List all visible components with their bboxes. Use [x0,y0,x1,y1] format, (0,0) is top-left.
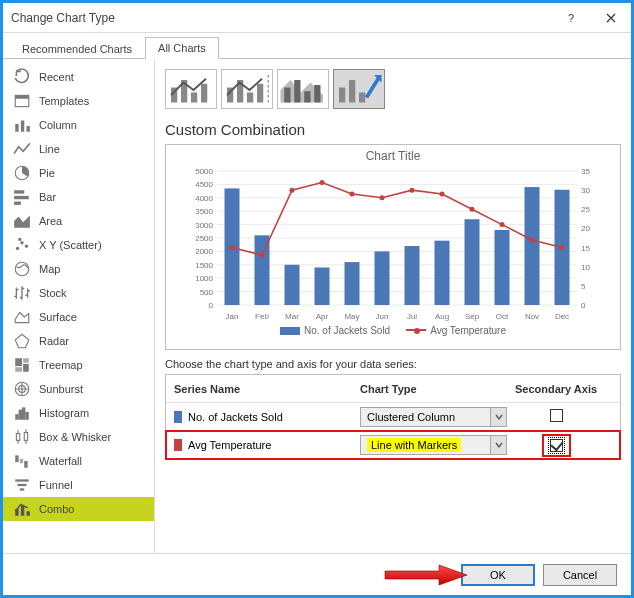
svg-rect-34 [21,506,24,516]
svg-text:1000: 1000 [195,274,213,283]
svg-text:Aug: Aug [435,312,449,321]
svg-rect-85 [345,262,360,305]
sidebar-item-label: Recent [39,71,74,83]
ok-button[interactable]: OK [461,564,535,586]
svg-text:0: 0 [209,301,214,310]
sidebar-item-radar[interactable]: Radar [3,329,154,353]
svg-rect-5 [27,126,30,132]
svg-text:3500: 3500 [195,207,213,216]
svg-text:30: 30 [581,186,590,195]
svg-text:15: 15 [581,244,590,253]
sidebar-item-label: Sunburst [39,383,83,395]
series-table: Series Name Chart Type Secondary Axis No… [165,374,621,460]
sidebar-item-bar[interactable]: Bar [3,185,154,209]
series-1-chart-type-dropdown[interactable]: Clustered Column [360,407,507,427]
sidebar-item-map[interactable]: Map [3,257,154,281]
sidebar-item-label: Waterfall [39,455,82,467]
svg-text:Oct: Oct [496,312,509,321]
svg-point-99 [410,188,415,193]
svg-text:Feb: Feb [255,312,269,321]
series-name: No. of Jackets Sold [188,411,283,423]
sidebar-item-box-whisker[interactable]: Box & Whisker [3,425,154,449]
svg-rect-24 [25,412,28,420]
svg-text:3000: 3000 [195,221,213,230]
svg-rect-8 [14,196,29,199]
svg-rect-87 [405,246,420,305]
svg-rect-89 [465,219,480,305]
svg-rect-44 [284,88,290,103]
chevron-down-icon [490,436,506,454]
svg-point-11 [20,241,23,244]
line-icon [13,141,31,157]
combo-subtype-3[interactable] [277,69,329,109]
chart-legend: No. of Jackets Sold Avg Temperature [172,325,614,336]
chart-title: Chart Title [172,149,614,163]
help-button[interactable]: ? [551,4,591,32]
sidebar-item-label: Treemap [39,359,83,371]
svg-text:5000: 5000 [195,167,213,176]
combo-subtype-custom[interactable] [333,69,385,109]
series-2-secondary-axis-checkbox[interactable] [550,439,563,452]
sidebar-item-sunburst[interactable]: Sunburst [3,377,154,401]
dropdown-value: Clustered Column [367,411,455,423]
series-header-axis: Secondary Axis [511,383,601,395]
sidebar-item-waterfall[interactable]: Waterfall [3,449,154,473]
sidebar-item-treemap[interactable]: Treemap [3,353,154,377]
svg-rect-83 [285,265,300,305]
svg-text:May: May [344,312,359,321]
cancel-button[interactable]: Cancel [543,564,617,586]
svg-rect-47 [314,85,320,103]
sidebar-item-xy-scatter[interactable]: X Y (Scatter) [3,233,154,257]
bar-icon [13,189,31,205]
svg-rect-7 [14,190,24,193]
tab-row: Recommended Charts All Charts [3,33,631,59]
svg-text:0: 0 [581,301,586,310]
tab-recommended-charts[interactable]: Recommended Charts [9,38,145,59]
combo-subtype-1[interactable] [165,69,217,109]
svg-rect-91 [525,187,540,305]
sidebar-item-surface[interactable]: Surface [3,305,154,329]
svg-rect-21 [15,414,18,420]
svg-text:10: 10 [581,263,590,272]
sidebar-item-line[interactable]: Line [3,137,154,161]
svg-point-102 [500,222,505,227]
svg-rect-39 [201,84,207,103]
series-row-2: Avg Temperature Line with Markers [166,431,620,459]
sidebar-item-funnel[interactable]: Funnel [3,473,154,497]
svg-point-100 [440,191,445,196]
svg-rect-3 [15,124,18,132]
svg-rect-32 [20,488,25,490]
sidebar-item-label: Line [39,143,60,155]
sidebar-item-label: Map [39,263,60,275]
series-2-chart-type-dropdown[interactable]: Line with Markers [360,435,507,455]
chart-canvas: 0500100015002000250030003500400045005000… [172,165,614,325]
svg-text:35: 35 [581,167,590,176]
arrow-annotation [383,564,469,586]
tab-all-charts[interactable]: All Charts [145,37,219,59]
sidebar-item-label: Bar [39,191,56,203]
sidebar-item-column[interactable]: Column [3,113,154,137]
sidebar-item-recent[interactable]: Recent [3,65,154,89]
svg-rect-90 [495,230,510,305]
sidebar-item-stock[interactable]: Stock [3,281,154,305]
sidebar-item-label: Funnel [39,479,73,491]
close-button[interactable] [591,4,631,32]
series-swatch-icon [174,411,182,423]
sidebar-item-pie[interactable]: Pie [3,161,154,185]
svg-text:Jul: Jul [407,312,417,321]
svg-rect-86 [375,251,390,305]
series-1-secondary-axis-checkbox[interactable] [550,409,563,422]
surface-icon [13,309,31,325]
column-icon [13,117,31,133]
svg-text:1500: 1500 [195,261,213,270]
sidebar-item-combo[interactable]: Combo [3,497,154,521]
svg-rect-31 [18,484,27,486]
sidebar-item-templates[interactable]: Templates [3,89,154,113]
svg-text:Sep: Sep [465,312,480,321]
sidebar-item-area[interactable]: Area [3,209,154,233]
svg-text:4000: 4000 [195,194,213,203]
combo-subtype-2[interactable] [221,69,273,109]
dialog-footer: OK Cancel [3,553,631,595]
sidebar-item-histogram[interactable]: Histogram [3,401,154,425]
svg-text:Jan: Jan [226,312,239,321]
